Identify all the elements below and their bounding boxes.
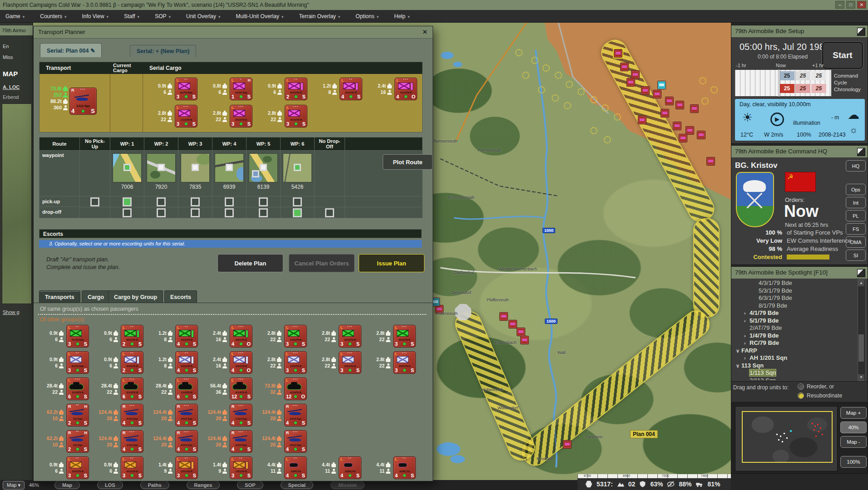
- menu-item[interactable]: Help▾: [394, 13, 409, 20]
- cargo-unit-cell[interactable]: 2.8t 22 L ··· 1/2/1/79 B 3: [255, 325, 310, 348]
- spotlight-tree-item[interactable]: 5/3/1/79 Bde: [732, 287, 856, 295]
- unit-counter-marker[interactable]: [517, 328, 525, 336]
- cargo-unit-cell[interactable]: 62.2t 10 R '' H 115 Sqn 2: [37, 430, 92, 453]
- hq-panel-header[interactable]: 79th Airmobile Bde Command HQ: [731, 146, 868, 157]
- unit-counter[interactable]: L ·· 7/1/79 Bde 3 S: [66, 325, 89, 348]
- minimap-image[interactable]: [735, 406, 838, 471]
- cargo-unit-cell[interactable]: 28.4t 22 L ··· 2/1/4/79 B 6: [37, 377, 92, 400]
- unit-counter-marker[interactable]: [563, 440, 572, 449]
- menu-item[interactable]: Terrain Overlay▾: [299, 13, 340, 20]
- maximize-button[interactable]: □: [846, 1, 855, 9]
- cargo-unit-cell[interactable]: 0.9t 6 L ·· 6/3/1/79 B 2: [92, 351, 146, 374]
- cargo-unit-cell[interactable]: 4.4t 11 L ·· 1/2RC/79 4: [255, 456, 310, 479]
- tree-expander-icon[interactable]: ›: [744, 317, 750, 325]
- scroll-up-icon[interactable]: ▲: [858, 280, 864, 286]
- cargo-unit-cell[interactable]: 2.8t 22 L ··· 3/2/1/79 B 3: [364, 325, 419, 348]
- unit-counter[interactable]: L ··· 4/3/1/79 B 4 O: [230, 351, 252, 374]
- unit-counter[interactable]: R '' H 115 Sqn 2 S: [66, 430, 89, 453]
- cargo-unit-cell[interactable]: 28.4t 22 L ··· 3/1/4/79 B 6: [92, 377, 146, 400]
- tree-expander-icon[interactable]: ›: [744, 309, 750, 317]
- tab-escorts[interactable]: Escorts: [164, 290, 197, 303]
- spotlight-panel-header[interactable]: 79th Airmobile Bde Spotlight [F10]: [731, 267, 868, 279]
- unit-counter[interactable]: L ·· 6/1/79 Bde 3 S: [175, 78, 197, 100]
- unit-counter[interactable]: L ·· 3/5/1/79 B 3 S: [66, 456, 89, 479]
- unit-counter-marker[interactable]: [706, 157, 715, 166]
- cargo-unit-cell[interactable]: 0.9t 6 L ·· 3/5/1/79 B 3: [37, 456, 92, 479]
- reorder-radio[interactable]: [798, 383, 804, 390]
- unit-counter[interactable]: R ··· 2/115 Sqn 4 S: [175, 430, 198, 453]
- menu-item[interactable]: Staff▾: [124, 13, 139, 20]
- cargo-unit-cell[interactable]: 1.2t 8 L ·· 5/3/1/79 B 4: [146, 351, 201, 374]
- toolbar-button[interactable]: SOP: [237, 481, 263, 489]
- cargo-unit-cell[interactable]: 62.2t 10 R '' H 113 Sqn 2: [37, 404, 92, 426]
- menu-item[interactable]: Multi-Unit Overlay▾: [236, 13, 284, 20]
- scroll-down-icon[interactable]: ▼: [858, 374, 864, 381]
- cargo-unit-cell[interactable]: 2.8t 22 L ··· 3/3/1/79 B 3: [364, 351, 419, 374]
- dropoff-checkbox[interactable]: [191, 208, 200, 217]
- tab-new-plan[interactable]: Serial: + (New Plan): [130, 45, 196, 57]
- spotlight-tree-item[interactable]: ›1/4/79 Bde: [732, 332, 856, 340]
- unit-counter[interactable]: L ··· 2/3/1/79 B 3 S: [339, 351, 361, 374]
- unit-counter[interactable]: L ··· 2/2/1/79 B 3 S: [339, 325, 361, 348]
- unit-counter[interactable]: L ··· 3/2/1/79 B 3 S: [393, 325, 416, 348]
- minimize-button[interactable]: –: [835, 1, 844, 9]
- unit-counter[interactable]: L ··· 1/3/1/79 B 3 S: [284, 351, 307, 374]
- waypoint-map-thumbnail[interactable]: [215, 153, 244, 182]
- cargo-unit-cell[interactable]: 0.9t 6 L ·· 4/5/1/79 B 3: [92, 456, 146, 479]
- setup-panel-header[interactable]: 79th Airmobile Bde Setup: [731, 25, 868, 37]
- unit-counter[interactable]: R ··· 4/115 Sqn 4 S: [284, 430, 307, 453]
- menu-item[interactable]: Counters▾: [40, 13, 66, 20]
- map-zoom-100-button[interactable]: 100%: [840, 456, 867, 468]
- tab-transports[interactable]: Transports: [39, 290, 80, 303]
- spotlight-tree-item[interactable]: 6/3/1/79 Bde: [732, 294, 856, 302]
- unit-counter-marker[interactable]: [690, 104, 699, 113]
- cargo-unit-cell[interactable]: 2.8t 22 L ··· 1/1/1/79 B: [146, 105, 201, 127]
- tree-expander-icon[interactable]: ›: [744, 354, 750, 362]
- unit-counter[interactable]: L ··· 4/1/4/79 B 12 O: [284, 377, 307, 400]
- menu-item[interactable]: Game▾: [5, 13, 25, 20]
- cargo-unit-cell[interactable]: 124.4t 20 R ··· 1/115 Sqn 4: [92, 430, 146, 453]
- unit-counter-marker[interactable]: [661, 109, 669, 118]
- delete-plan-button[interactable]: Delete Plan: [217, 254, 283, 272]
- scrollbar-thumb[interactable]: [858, 334, 864, 362]
- cancel-plan-orders-button[interactable]: Cancel Plan Orders: [289, 254, 355, 272]
- unit-counter[interactable]: R ··· 1/113 Sqn 4 S: [230, 404, 252, 426]
- unit-counter-marker[interactable]: [641, 86, 650, 95]
- pickup-checkbox[interactable]: [123, 197, 132, 206]
- cargo-unit-cell[interactable]: 2.8t 22 L ··· 1/3/1/79 B 3: [255, 351, 310, 374]
- pickup-checkbox[interactable]: [225, 197, 234, 206]
- menu-item[interactable]: Options▾: [355, 13, 379, 20]
- cargo-unit-cell[interactable]: 0.9t 6 L ·· 8/1/79 Bde 3: [37, 351, 92, 374]
- waypoint-map-thumbnail[interactable]: [283, 153, 312, 182]
- dropoff-checkbox[interactable]: [225, 208, 234, 217]
- cargo-unit-cell[interactable]: 124.4t 20 R ··· 1/113 Sqn 4: [201, 404, 255, 426]
- map-zoom-out-button[interactable]: Map -: [840, 436, 867, 448]
- waypoint-map-thumbnail[interactable]: [181, 153, 210, 182]
- unit-counter-marker[interactable]: [508, 320, 517, 328]
- toolbar-button[interactable]: LOS: [97, 481, 123, 489]
- unit-counter[interactable]: R ··· 4/113 Sqn 4 S: [121, 404, 143, 426]
- tree-expander-icon[interactable]: ›: [744, 339, 750, 347]
- plot-route-button[interactable]: Plot Route: [383, 154, 433, 170]
- cargo-unit-cell[interactable]: 2.8t 22 L ··· 3/1/1/79 B: [256, 105, 311, 127]
- unit-counter-marker[interactable]: [620, 63, 629, 71]
- unit-counter[interactable]: L ··· 3/1/1/79 B 3 S: [285, 105, 307, 127]
- menu-item[interactable]: Unit Overlay▾: [186, 13, 221, 20]
- unit-counter[interactable]: L ·· 2/5/1/79 B 3 S: [175, 456, 198, 479]
- si-button[interactable]: SI: [846, 250, 866, 261]
- toolbar-button[interactable]: Special: [281, 481, 314, 489]
- cargo-unit-cell[interactable]: 1.4t 9 L ·· 1/5/1/79 B 3: [201, 456, 255, 479]
- unit-counter[interactable]: L · H 1/1/79 Bde 1 S: [230, 78, 252, 100]
- unit-counter[interactable]: R ··· 3/115 Sqn 4 S: [230, 430, 252, 453]
- cargo-unit-cell[interactable]: 0.9t 6 L ·· 7/1/79 Bde 3: [37, 325, 92, 348]
- transport-counter-wrap[interactable]: R ··· 1/113 Sqn 4 S: [69, 88, 97, 115]
- resize-icon[interactable]: [857, 148, 865, 156]
- cargo-unit-cell[interactable]: 1.4t 9 L ·· 2/5/1/79 B 3: [146, 456, 201, 479]
- unit-counter-marker[interactable]: [657, 81, 666, 89]
- cargo-unit-cell[interactable]: 0.9t 6 L ·· 6/2/1/79 B 2: [92, 325, 146, 348]
- toolbar-button[interactable]: Mission: [330, 481, 365, 489]
- toolbar-button[interactable]: Map: [54, 481, 80, 489]
- unit-counter-marker[interactable]: [653, 90, 661, 98]
- pickup-checkbox[interactable]: [259, 197, 268, 206]
- close-button[interactable]: ✕: [857, 1, 866, 9]
